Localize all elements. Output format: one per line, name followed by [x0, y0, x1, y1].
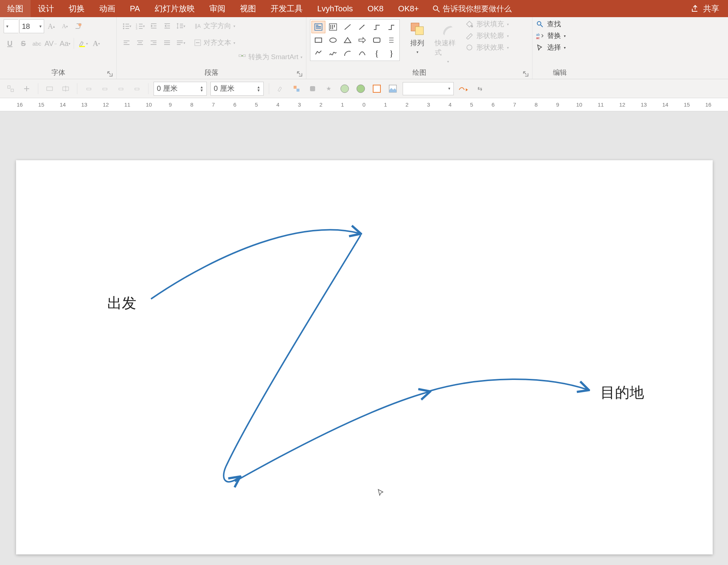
- convert-smartart-button[interactable]: 转换为 SmartArt ▾: [238, 52, 302, 62]
- tb-icon-2[interactable]: [20, 82, 33, 95]
- shape-curve[interactable]: [355, 47, 369, 59]
- replace-button[interactable]: abac替换 ▾: [536, 31, 584, 41]
- tb-icon-13[interactable]: [387, 82, 399, 95]
- select-button[interactable]: 选择 ▾: [536, 43, 584, 52]
- dialog-launcher-icon[interactable]: [107, 71, 113, 77]
- shape-line[interactable]: [341, 21, 355, 33]
- distribute-button[interactable]: ▾: [174, 36, 187, 49]
- tb-icon-5[interactable]: ▭: [82, 82, 95, 95]
- tb-icon-6[interactable]: ▭: [98, 82, 111, 95]
- share-button[interactable]: 共享: [691, 3, 719, 14]
- shape-rounded-rect[interactable]: [370, 34, 384, 46]
- position-y-input[interactable]: 0 厘米▲▼: [210, 82, 264, 96]
- highlight-color-button[interactable]: ▾: [77, 37, 89, 50]
- shape-fill-button[interactable]: 形状填充 ▾: [465, 19, 509, 29]
- increase-indent-button[interactable]: [161, 19, 173, 32]
- clear-formatting-button[interactable]: [72, 20, 85, 33]
- tb-swatch-3[interactable]: [371, 82, 383, 95]
- slide-canvas-area[interactable]: 出发 目的地: [0, 111, 728, 565]
- tb-icon-7[interactable]: ▭: [115, 82, 127, 95]
- find-button[interactable]: 查找: [536, 19, 584, 29]
- slide[interactable]: 出发 目的地: [16, 160, 713, 554]
- tb-icon-9[interactable]: [274, 82, 287, 95]
- tab-slideshow[interactable]: 幻灯片放映: [147, 0, 202, 17]
- arrange-button[interactable]: 排列▾: [404, 19, 430, 54]
- align-text-button[interactable]: 对齐文本 ▾: [194, 38, 235, 47]
- color-picker[interactable]: ▾: [403, 82, 454, 95]
- shape-triangle[interactable]: [341, 34, 355, 46]
- tab-pa[interactable]: PA: [123, 0, 147, 17]
- shape-oval[interactable]: [326, 34, 340, 46]
- tb-icon-10[interactable]: [290, 82, 303, 95]
- tb-icon-4[interactable]: [59, 82, 72, 95]
- ruler-tick: 4: [273, 101, 283, 108]
- shape-brace-right[interactable]: }: [384, 47, 398, 59]
- find-icon: [536, 20, 544, 28]
- tab-animations[interactable]: 动画: [92, 0, 123, 17]
- ruler-tick: 9: [553, 101, 563, 108]
- tab-drawing[interactable]: 绘图: [0, 0, 31, 17]
- tab-ok8plus[interactable]: OK8+: [391, 0, 426, 17]
- align-left-button[interactable]: [120, 36, 133, 49]
- shape-rect[interactable]: [311, 34, 325, 46]
- svg-rect-47: [316, 28, 321, 28]
- shape-freeform[interactable]: [311, 47, 325, 59]
- end-label[interactable]: 目的地: [600, 383, 644, 403]
- tb-icon-3[interactable]: [43, 82, 56, 95]
- tab-developer[interactable]: 开发工具: [263, 0, 310, 17]
- shape-arrow-line[interactable]: [355, 21, 369, 33]
- tb-swatch-1[interactable]: [338, 82, 351, 95]
- shapes-more[interactable]: [384, 34, 398, 46]
- shape-scribble[interactable]: [326, 47, 340, 59]
- start-label[interactable]: 出发: [107, 293, 136, 313]
- tb-swatch-2[interactable]: [355, 82, 367, 95]
- quick-styles-button[interactable]: 快速样式▾: [435, 19, 461, 64]
- strikethrough-button[interactable]: S: [17, 37, 30, 50]
- justify-button[interactable]: [161, 36, 173, 49]
- tell-me-search[interactable]: 告诉我你想要做什么: [433, 4, 512, 14]
- svg-rect-19: [167, 26, 170, 26]
- motion-path-curve[interactable]: [16, 160, 713, 554]
- shape-vertical-textbox[interactable]: [326, 21, 340, 33]
- font-color-button[interactable]: A▾: [90, 37, 102, 50]
- tab-review[interactable]: 审阅: [202, 0, 233, 17]
- bullets-button[interactable]: ▾: [120, 19, 133, 32]
- shapes-gallery[interactable]: { }: [310, 19, 400, 61]
- shape-connector-2[interactable]: [384, 21, 398, 33]
- change-case-button[interactable]: Aa ▾: [59, 37, 71, 50]
- align-right-button[interactable]: [147, 36, 160, 49]
- numbering-button[interactable]: 123▾: [134, 19, 146, 32]
- character-spacing-button[interactable]: AV↔: [44, 37, 58, 50]
- underline-button[interactable]: U: [4, 37, 16, 50]
- decrease-font-button[interactable]: A▾: [59, 20, 71, 33]
- shape-textbox[interactable]: [311, 21, 325, 33]
- align-center-button[interactable]: [134, 36, 146, 49]
- tab-design[interactable]: 设计: [31, 0, 61, 17]
- tb-icon-8[interactable]: ▭: [131, 82, 143, 95]
- tb-icon-12[interactable]: ★: [322, 82, 335, 95]
- tb-icon-14[interactable]: [457, 82, 470, 95]
- position-x-input[interactable]: 0 厘米▲▼: [154, 82, 207, 96]
- tb-icon-1[interactable]: [4, 82, 17, 95]
- text-direction-button[interactable]: ‖A 文字方向 ▾: [194, 21, 235, 31]
- shape-brace-left[interactable]: {: [370, 47, 384, 59]
- font-size-box[interactable]: 18▾: [19, 19, 44, 33]
- dialog-launcher-icon[interactable]: [523, 71, 529, 77]
- shape-effects-button[interactable]: 形状效果 ▾: [465, 43, 509, 52]
- text-shadow-button[interactable]: abc: [31, 37, 43, 50]
- shape-connector[interactable]: [370, 21, 384, 33]
- dialog-launcher-icon[interactable]: [297, 71, 303, 77]
- font-name-box[interactable]: ▾: [4, 19, 18, 33]
- shape-outline-button[interactable]: 形状轮廓 ▾: [465, 31, 509, 41]
- tb-icon-15[interactable]: ⇆: [473, 82, 486, 95]
- tab-ok8[interactable]: OK8: [360, 0, 391, 17]
- increase-font-button[interactable]: A▴: [45, 20, 58, 33]
- decrease-indent-button[interactable]: [147, 19, 160, 32]
- tab-lvyhtools[interactable]: LvyhTools: [310, 0, 360, 17]
- tab-view[interactable]: 视图: [233, 0, 263, 17]
- shape-right-arrow[interactable]: [355, 34, 369, 46]
- tb-icon-11[interactable]: [306, 82, 319, 95]
- shape-arc[interactable]: [341, 47, 355, 59]
- tab-transitions[interactable]: 切换: [61, 0, 92, 17]
- line-spacing-button[interactable]: ▾: [174, 19, 187, 32]
